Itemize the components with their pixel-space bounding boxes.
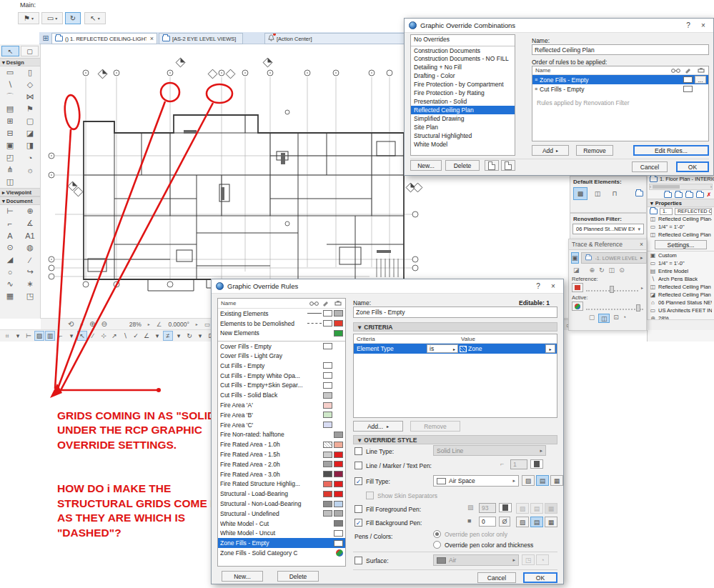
line-pen-value-field[interactable]: 1 — [510, 459, 527, 469]
toolbox-select-tool[interactable]: ▢ — [21, 46, 39, 56]
remove-criteria-button[interactable]: Remove — [410, 421, 460, 432]
snap-option-icon[interactable]: ✓ — [131, 331, 141, 341]
snap-option-icon[interactable]: ▾ — [152, 331, 162, 341]
more-button[interactable]: ... — [695, 76, 706, 84]
property-row[interactable]: ▣ Custom — [648, 251, 714, 259]
settings-button[interactable]: Settings... — [655, 240, 707, 249]
close-icon[interactable]: × — [640, 241, 643, 248]
zoom-control-icon[interactable]: ⟲ — [68, 320, 74, 329]
stair-icon[interactable]: ⊓ — [608, 187, 622, 200]
combinations-list[interactable]: No OverridesConstruction DocumentsConstr… — [410, 34, 515, 156]
remove-rule-button[interactable]: Remove — [576, 145, 613, 156]
snap-option-icon[interactable]: ▨ — [34, 331, 44, 341]
toolbox-tool-icon[interactable]: ∕ — [20, 254, 40, 266]
delete-combination-button[interactable]: Delete — [445, 160, 480, 171]
snap-option-icon[interactable]: ∕ — [88, 331, 98, 341]
surface-texture-icon[interactable]: ◔ — [536, 554, 549, 565]
value-picker-button[interactable]: ▸ — [545, 344, 555, 353]
trace-option-icon-1[interactable]: ▢ — [589, 314, 595, 323]
toolbox-tool-icon[interactable]: ∡ — [20, 217, 40, 229]
rule-list-item[interactable]: Structural - Non-Load-Bearing — [218, 499, 345, 509]
toolbox-tool-icon[interactable]: ▤ — [0, 103, 20, 115]
trace-rotate-icon[interactable]: ↻ — [599, 266, 605, 274]
combination-list-item[interactable]: Drafting - Color — [411, 71, 515, 80]
ok-button[interactable]: OK — [523, 572, 557, 583]
rule-list-item[interactable]: Fire Area 'A' — [218, 400, 345, 410]
snap-option-icon[interactable]: ⌐ — [56, 331, 66, 341]
rule-order-row[interactable]: ≡ Cut Fills - Empty — [532, 84, 708, 94]
rules-list[interactable]: Name Existing Elements Elements to be De… — [217, 298, 346, 567]
marquee-tool-button[interactable]: ▭▾ — [41, 12, 63, 24]
rule-list-item[interactable]: Fire Rated Area - 1.0h — [218, 439, 345, 449]
rule-list-item[interactable]: Fire Rated Area - 1.5h — [218, 449, 345, 459]
surface-select[interactable]: Air▸ — [433, 554, 519, 566]
property-row[interactable]: ⌂ 06 Planned Status NEW EXISTING — [648, 299, 714, 307]
fill-type-checkbox[interactable]: ✓ — [354, 477, 362, 485]
trace-toggle-icon[interactable]: ▣ — [571, 252, 579, 264]
pen-color-only-radio[interactable] — [433, 530, 441, 538]
rule-list-item[interactable]: Structural - Undefined — [218, 509, 345, 519]
snap-option-icon[interactable]: ∠ — [142, 331, 152, 341]
toolbox-tool-icon[interactable]: ∿ — [0, 278, 20, 290]
active-color-swatch[interactable] — [572, 302, 583, 311]
toolbox-tool-icon[interactable]: ⚑ — [20, 103, 40, 115]
property-row[interactable]: ◫ Reflected Ceiling Plan — [648, 231, 714, 239]
navigator-item-floor-plan[interactable]: 1. Floor Plan - INTERIOR E — [648, 175, 714, 183]
snap-option-icon[interactable]: ⊢ — [24, 331, 34, 341]
delete-icon[interactable]: ✗ — [707, 191, 711, 198]
snap-option-icon[interactable]: ∖ — [120, 331, 130, 341]
column-header-name[interactable]: Name — [221, 300, 309, 307]
rule-list-item[interactable]: Cut Fills - Empty White Opa... — [218, 371, 345, 381]
scroll-left-icon[interactable]: ‹ — [650, 184, 651, 189]
skin-separators-checkbox[interactable] — [366, 492, 374, 499]
rule-list-item[interactable]: Cut Fills - Solid Black — [218, 390, 345, 400]
toolbox-section-viewpoint[interactable]: ▸ Viewpoint — [0, 188, 40, 196]
toolbox-section-document[interactable]: ▾ Document — [0, 196, 40, 205]
trace-level-select[interactable]: -1. LOWER LEVEL ▸ — [581, 252, 647, 264]
toolbox-tool-icon[interactable]: ▦ — [0, 290, 20, 302]
orbit-tool-button[interactable]: ↻ — [65, 12, 81, 24]
view-id-field[interactable]: 1. — [660, 208, 673, 215]
rule-name-input[interactable]: Zone Fills - Empty — [353, 307, 557, 318]
property-row[interactable]: ◫ Reflected Ceiling Plan — [648, 283, 714, 291]
printer-icon[interactable]: ◫ — [590, 187, 605, 200]
toolbox-tool-icon[interactable]: ⌒ — [0, 91, 20, 103]
snap-option-icon[interactable]: ▾ — [13, 331, 23, 341]
new-rule-button[interactable]: New... — [222, 571, 263, 582]
toolbox-tool-icon[interactable]: ↪ — [20, 266, 40, 278]
rule-list-item[interactable]: Cover Fills - Light Gray — [218, 351, 345, 361]
toolbox-tool-icon[interactable]: ▭ — [0, 66, 20, 79]
combination-name-input[interactable]: Reflected Ceiling Plan — [532, 44, 709, 55]
fill-bg-checkbox[interactable]: ✓ — [354, 519, 362, 527]
toolbox-tool-icon[interactable]: A1 — [20, 229, 40, 241]
toolbox-tool-icon[interactable]: ◨ — [20, 139, 40, 151]
combination-list-item[interactable]: Construction Documents - NO FILL — [411, 54, 515, 63]
toolbox-section-design[interactable]: ▾ Design — [0, 58, 40, 66]
rule-list-item[interactable]: Zone Fills - Solid Category C... — [218, 548, 345, 558]
rule-list-item[interactable]: Cut Fills - Empty — [218, 361, 345, 371]
toolbox-tool-icon[interactable]: ⊙ — [0, 241, 20, 254]
surface-checkbox[interactable] — [354, 557, 362, 564]
combination-list-item[interactable]: Simplified Drawing — [411, 114, 515, 123]
cancel-button[interactable]: Cancel — [632, 161, 668, 172]
column-header-name[interactable]: Name — [535, 67, 671, 74]
add-rule-button[interactable]: Add▸ — [532, 145, 569, 156]
drafting-fill-icon[interactable]: ▦ — [545, 503, 557, 514]
trace-option-icon-4[interactable]: ◔ — [623, 314, 626, 323]
tab-eye-level-views[interactable]: [AS-2 EYE LEVEL VIEWS] — [159, 33, 243, 44]
trace-option-icon-2[interactable]: ◫ — [598, 314, 610, 323]
cover-fill-icon[interactable]: ▤ — [536, 475, 549, 486]
line-pen-checkbox[interactable] — [354, 462, 362, 469]
save-view-icon[interactable] — [685, 192, 693, 198]
snap-option-icon[interactable]: ▥ — [45, 331, 55, 341]
drag-handle-icon[interactable]: ≡ — [535, 77, 537, 82]
rule-list-item[interactable]: White Model - Cut — [218, 519, 345, 529]
properties-header[interactable]: ▾ Properties — [648, 199, 714, 207]
zoom-control-icon[interactable]: ⌕ — [79, 320, 84, 329]
line-type-checkbox[interactable] — [354, 447, 362, 455]
snap-option-icon[interactable]: ⌗ — [2, 331, 12, 341]
trace-move-icon[interactable]: ⊕ — [590, 266, 595, 274]
close-icon[interactable]: × — [150, 35, 154, 42]
orientation-value[interactable]: 0.0000° — [168, 321, 189, 328]
open-folder-icon[interactable] — [696, 192, 704, 198]
